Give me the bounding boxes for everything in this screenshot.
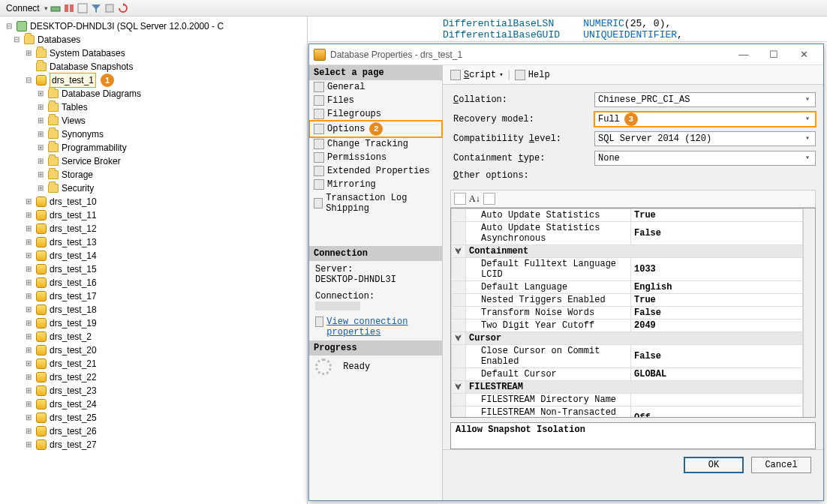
expander-icon[interactable]: ⊞ <box>24 236 33 249</box>
expander-icon[interactable]: ⊞ <box>36 168 45 182</box>
expander-icon[interactable]: ⊞ <box>24 276 33 290</box>
expander-icon[interactable]: ⊞ <box>24 424 33 438</box>
tree-server[interactable]: ⊟DESKTOP-DHNDL3I (SQL Server 12.0.2000 -… <box>5 20 307 33</box>
tree-item[interactable]: ⊞drs_test_24 <box>5 398 307 411</box>
dialog-titlebar[interactable]: Database Properties - drs_test_1 — ☐ ✕ <box>309 44 823 65</box>
refresh-icon[interactable] <box>117 2 129 14</box>
expander-icon[interactable]: ⊞ <box>24 411 33 424</box>
view-connection-link[interactable]: View connection properties <box>326 316 436 338</box>
tree-selected-db[interactable]: ⊟drs_test_11 <box>5 74 307 87</box>
property-value[interactable]: True <box>631 209 803 222</box>
compat-select[interactable]: SQL Server 2014 (120)▾ <box>594 131 816 146</box>
expander-icon[interactable]: ⊞ <box>24 344 33 357</box>
tree-item[interactable]: ⊞drs_test_16 <box>5 276 307 290</box>
tree-item[interactable]: ⊞Service Broker <box>5 154 307 168</box>
scrollbar[interactable] <box>803 208 815 417</box>
property-value[interactable]: English <box>631 281 803 294</box>
tree-item[interactable]: ⊞drs_test_22 <box>5 370 307 384</box>
filter-icon[interactable] <box>90 2 102 14</box>
expander-icon[interactable]: ⊞ <box>24 438 33 452</box>
expander-icon[interactable]: ⊞ <box>24 262 33 276</box>
minimize-button[interactable]: — <box>729 49 759 60</box>
tree-item[interactable]: ⊞drs_test_12 <box>5 222 307 236</box>
expander-icon[interactable]: ⊞ <box>36 114 45 128</box>
expander-icon[interactable]: ⊞ <box>24 46 33 60</box>
property-value[interactable]: True <box>631 294 803 307</box>
tree-item[interactable]: ⊞System Databases <box>5 46 307 60</box>
expander-icon[interactable]: ⊞ <box>24 398 33 411</box>
expander-icon[interactable]: ⊞ <box>24 249 33 262</box>
main-toolbar[interactable]: Connect ▾ <box>0 0 827 16</box>
expander-icon[interactable]: ⊞ <box>24 357 33 370</box>
tree-item[interactable]: ⊞Security <box>5 182 307 195</box>
property-value[interactable]: False <box>631 222 803 245</box>
expander-icon[interactable]: ⊞ <box>24 290 33 303</box>
property-value[interactable]: GLOBAL <box>631 368 803 381</box>
tree-item[interactable]: ⊞drs_test_23 <box>5 384 307 398</box>
category-expander[interactable]: ⮟ <box>452 332 466 345</box>
expander-icon[interactable]: ⊞ <box>36 128 45 141</box>
expander-icon[interactable]: ⊞ <box>24 384 33 398</box>
expander-icon[interactable]: ⊞ <box>24 208 33 222</box>
expander-icon[interactable]: ⊞ <box>36 182 45 195</box>
tree-item[interactable]: ⊞drs_test_11 <box>5 208 307 222</box>
expander-icon[interactable]: ⊞ <box>24 303 33 316</box>
tree-item[interactable]: ⊞drs_test_14 <box>5 249 307 262</box>
expander-icon[interactable]: ⊟ <box>5 20 14 33</box>
expander-icon[interactable]: ⊟ <box>24 74 33 87</box>
tree-item[interactable]: ⊞drs_test_25 <box>5 411 307 424</box>
expander-icon[interactable]: ⊞ <box>24 222 33 236</box>
grid-toolbar[interactable]: A↓ <box>450 190 816 208</box>
containment-select[interactable]: None▾ <box>594 151 816 166</box>
tree-item[interactable]: ⊞drs_test_20 <box>5 344 307 357</box>
nav-item-mirroring[interactable]: Mirroring <box>309 178 442 191</box>
close-button[interactable]: ✕ <box>789 49 819 60</box>
tree-item[interactable]: ⊞drs_test_19 <box>5 316 307 330</box>
ok-button[interactable]: OK <box>684 457 744 473</box>
tree-item[interactable]: ⊞Storage <box>5 168 307 182</box>
nav-item-transaction-log-shipping[interactable]: Transaction Log Shipping <box>309 191 442 215</box>
tree-item[interactable]: ⊞drs_test_10 <box>5 195 307 208</box>
maximize-button[interactable]: ☐ <box>759 49 789 60</box>
tree-item[interactable]: ⊞Tables <box>5 100 307 114</box>
dialog-toolbar[interactable]: SScriptcript ▾ | Help <box>443 65 823 85</box>
tree-databases[interactable]: ⊟Databases <box>5 33 307 46</box>
property-value[interactable]: False <box>631 345 803 368</box>
property-value[interactable] <box>631 394 803 406</box>
expander-icon[interactable]: ⊞ <box>36 141 45 154</box>
category-expander[interactable]: ⮟ <box>452 245 466 258</box>
toolbar-icon[interactable] <box>77 2 89 14</box>
property-value[interactable]: 1033 <box>631 258 803 281</box>
nav-item-permissions[interactable]: Permissions <box>309 151 442 164</box>
script-button[interactable]: SScriptcript <box>464 70 496 80</box>
nav-item-files[interactable]: Files <box>309 94 442 107</box>
expander-icon[interactable]: ⊞ <box>36 87 45 100</box>
tree-item[interactable]: ⊞Synonyms <box>5 128 307 141</box>
expander-icon[interactable]: ⊞ <box>24 195 33 208</box>
categorize-icon[interactable] <box>454 193 466 205</box>
expander-icon[interactable]: ⊞ <box>36 154 45 168</box>
recovery-model-select[interactable]: Full3▾ <box>594 112 816 127</box>
cancel-button[interactable]: Cancel <box>751 457 811 473</box>
expander-icon[interactable]: ⊞ <box>24 370 33 384</box>
expander-icon[interactable]: ⊞ <box>36 100 45 114</box>
tree-item[interactable]: ⊞drs_test_15 <box>5 262 307 276</box>
sort-az-icon[interactable]: A↓ <box>469 194 480 205</box>
collation-select[interactable]: Chinese_PRC_CI_AS▾ <box>594 92 816 107</box>
toolbar-icon[interactable] <box>104 2 116 14</box>
tree-item[interactable]: ⊞Database Diagrams <box>5 87 307 100</box>
grid-tool-icon[interactable] <box>483 193 495 205</box>
nav-item-extended-properties[interactable]: Extended Properties <box>309 164 442 178</box>
properties-grid[interactable]: Auto Update StatisticsTrueAuto Update St… <box>450 208 816 418</box>
tree-item[interactable]: ⊞drs_test_13 <box>5 236 307 249</box>
nav-item-filegroups[interactable]: Filegroups <box>309 107 442 121</box>
tree-item[interactable]: ⊞drs_test_18 <box>5 303 307 316</box>
expander-icon[interactable]: ⊞ <box>24 330 33 344</box>
tree-item[interactable]: ⊞drs_test_2 <box>5 330 307 344</box>
tree-item[interactable]: ⊞Programmability <box>5 141 307 154</box>
tree-item[interactable]: ⊞drs_test_26 <box>5 424 307 438</box>
property-value[interactable]: Off <box>631 406 803 418</box>
nav-item-general[interactable]: General <box>309 80 442 94</box>
property-value[interactable]: False <box>631 307 803 320</box>
property-value[interactable]: 2049 <box>631 320 803 332</box>
